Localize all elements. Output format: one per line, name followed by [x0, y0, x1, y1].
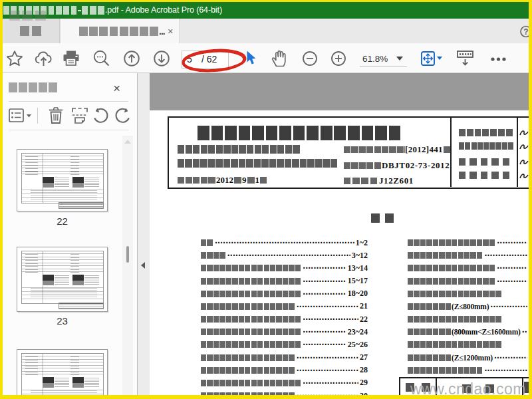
svg-text:?: ?: [523, 27, 528, 37]
